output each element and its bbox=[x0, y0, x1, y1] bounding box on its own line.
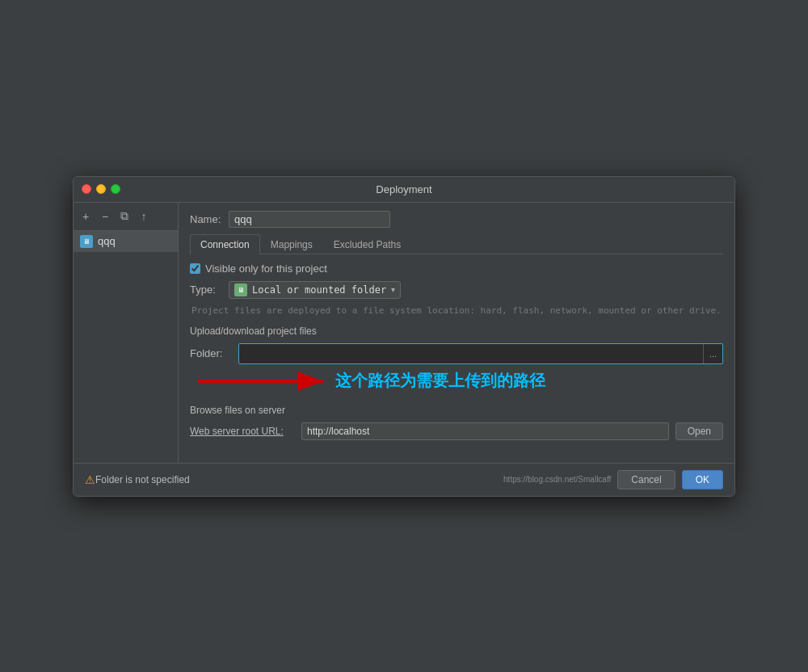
sidebar-item-qqq[interactable]: 🖥 qqq bbox=[74, 231, 178, 252]
deployment-dialog: Deployment + − ⧉ ↑ 🖥 qqq Name: bbox=[73, 176, 735, 497]
folder-label: Folder: bbox=[190, 347, 232, 359]
chevron-down-icon: ▾ bbox=[391, 285, 395, 294]
type-dropdown[interactable]: 🖥 Local or mounted folder ▾ bbox=[229, 281, 401, 299]
url-label: Web server root URL: bbox=[190, 426, 295, 437]
open-button[interactable]: Open bbox=[675, 422, 723, 440]
folder-input-wrap: ... bbox=[238, 343, 723, 364]
upload-section-label: Upload/download project files bbox=[190, 326, 723, 337]
folder-row: Folder: ... bbox=[190, 343, 723, 364]
folder-section: Folder: ... bbox=[190, 343, 723, 393]
minimize-button[interactable] bbox=[96, 184, 106, 194]
type-icon: 🖥 bbox=[234, 284, 247, 296]
annotation-row: 这个路径为需要上传到的路径 bbox=[190, 369, 723, 393]
move-up-button[interactable]: ↑ bbox=[135, 208, 153, 225]
dialog-footer: ⚠ Folder is not specified https://blog.c… bbox=[74, 463, 734, 496]
name-label: Name: bbox=[190, 213, 222, 225]
watermark-text: https://blog.csdn.net/Smallcaff bbox=[503, 475, 611, 484]
url-row: Web server root URL: Open bbox=[190, 422, 723, 440]
type-dropdown-text: Local or mounted folder bbox=[252, 284, 386, 296]
type-label: Type: bbox=[190, 284, 222, 296]
url-input[interactable] bbox=[301, 422, 669, 440]
server-icon: 🖥 bbox=[80, 235, 93, 248]
visible-checkbox-label: Visible only for this project bbox=[205, 262, 327, 275]
content-area: Name: Connection Mappings Excluded Paths bbox=[179, 203, 734, 463]
dialog-body: + − ⧉ ↑ 🖥 qqq Name: Connection bbox=[74, 203, 734, 463]
type-row: Type: 🖥 Local or mounted folder ▾ bbox=[190, 281, 723, 299]
tab-mappings[interactable]: Mappings bbox=[260, 234, 323, 254]
browse-section-label: Browse files on server bbox=[190, 405, 723, 416]
cancel-button[interactable]: Cancel bbox=[617, 470, 675, 489]
warning-icon: ⚠ bbox=[85, 473, 95, 486]
ok-button[interactable]: OK bbox=[682, 470, 723, 489]
copy-server-button[interactable]: ⧉ bbox=[116, 208, 133, 225]
remove-server-button[interactable]: − bbox=[96, 208, 114, 225]
warning-text: Folder is not specified bbox=[95, 474, 190, 485]
folder-input[interactable] bbox=[239, 346, 703, 362]
close-button[interactable] bbox=[82, 184, 91, 194]
sidebar-item-label: qqq bbox=[98, 235, 116, 247]
tab-excluded-paths[interactable]: Excluded Paths bbox=[323, 234, 411, 254]
annotation-text: 这个路径为需要上传到的路径 bbox=[335, 370, 545, 392]
sidebar: + − ⧉ ↑ 🖥 qqq bbox=[74, 203, 179, 463]
visible-checkbox-row: Visible only for this project bbox=[190, 262, 723, 275]
type-description: Project files are deployed to a file sys… bbox=[190, 305, 723, 316]
name-row: Name: bbox=[190, 211, 723, 228]
bottom-right: https://blog.csdn.net/Smallcaff Cancel O… bbox=[503, 470, 723, 489]
tab-content-connection: Visible only for this project Type: 🖥 Lo… bbox=[190, 254, 723, 455]
red-arrow-icon bbox=[190, 369, 335, 393]
sidebar-toolbar: + − ⧉ ↑ bbox=[74, 203, 178, 231]
tab-connection[interactable]: Connection bbox=[190, 234, 260, 254]
maximize-button[interactable] bbox=[111, 184, 120, 194]
add-server-button[interactable]: + bbox=[77, 208, 95, 225]
tabs: Connection Mappings Excluded Paths bbox=[190, 234, 723, 254]
arrow-area bbox=[190, 369, 335, 393]
window-title: Deployment bbox=[376, 183, 431, 195]
name-input[interactable] bbox=[229, 211, 390, 228]
title-bar: Deployment bbox=[74, 177, 734, 203]
folder-browse-button[interactable]: ... bbox=[703, 344, 722, 363]
visible-checkbox[interactable] bbox=[190, 263, 200, 274]
traffic-lights bbox=[82, 184, 120, 194]
